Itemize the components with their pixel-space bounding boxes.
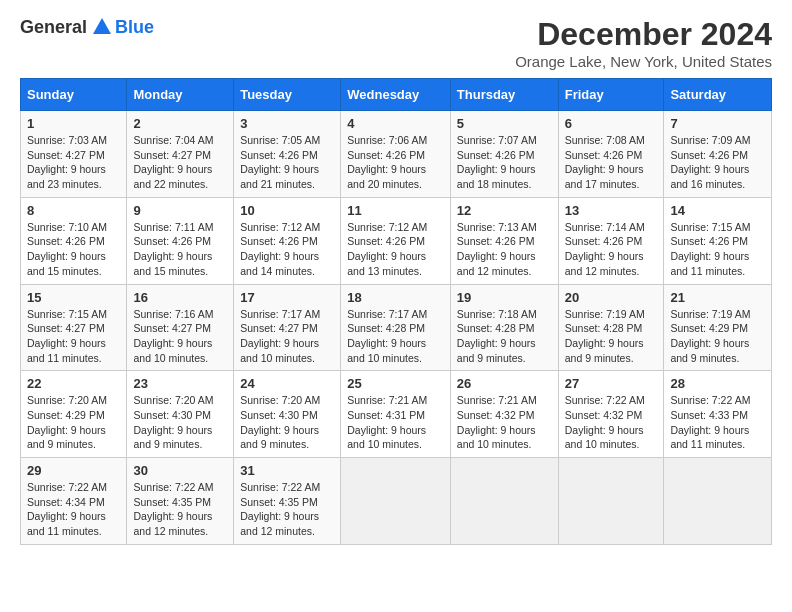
day-number: 16	[133, 290, 227, 305]
calendar-cell: 26Sunrise: 7:21 AMSunset: 4:32 PMDayligh…	[450, 371, 558, 458]
day-info: Sunrise: 7:10 AMSunset: 4:26 PMDaylight:…	[27, 220, 120, 279]
day-info: Sunrise: 7:19 AMSunset: 4:28 PMDaylight:…	[565, 307, 658, 366]
month-title: December 2024	[515, 16, 772, 53]
calendar-cell: 4Sunrise: 7:06 AMSunset: 4:26 PMDaylight…	[341, 111, 451, 198]
day-info: Sunrise: 7:22 AMSunset: 4:35 PMDaylight:…	[133, 480, 227, 539]
day-number: 29	[27, 463, 120, 478]
day-number: 25	[347, 376, 444, 391]
day-info: Sunrise: 7:19 AMSunset: 4:29 PMDaylight:…	[670, 307, 765, 366]
logo-general: General	[20, 17, 87, 38]
logo-icon	[91, 16, 113, 38]
calendar-table: SundayMondayTuesdayWednesdayThursdayFrid…	[20, 78, 772, 545]
calendar-cell: 17Sunrise: 7:17 AMSunset: 4:27 PMDayligh…	[234, 284, 341, 371]
day-info: Sunrise: 7:18 AMSunset: 4:28 PMDaylight:…	[457, 307, 552, 366]
calendar-cell: 11Sunrise: 7:12 AMSunset: 4:26 PMDayligh…	[341, 197, 451, 284]
calendar-cell: 2Sunrise: 7:04 AMSunset: 4:27 PMDaylight…	[127, 111, 234, 198]
day-number: 4	[347, 116, 444, 131]
day-number: 11	[347, 203, 444, 218]
day-info: Sunrise: 7:13 AMSunset: 4:26 PMDaylight:…	[457, 220, 552, 279]
logo-blue: Blue	[115, 17, 154, 38]
calendar-cell	[664, 458, 772, 545]
calendar-cell: 8Sunrise: 7:10 AMSunset: 4:26 PMDaylight…	[21, 197, 127, 284]
calendar-cell: 18Sunrise: 7:17 AMSunset: 4:28 PMDayligh…	[341, 284, 451, 371]
week-row-2: 8Sunrise: 7:10 AMSunset: 4:26 PMDaylight…	[21, 197, 772, 284]
day-info: Sunrise: 7:21 AMSunset: 4:32 PMDaylight:…	[457, 393, 552, 452]
day-number: 24	[240, 376, 334, 391]
day-number: 21	[670, 290, 765, 305]
day-number: 27	[565, 376, 658, 391]
day-info: Sunrise: 7:16 AMSunset: 4:27 PMDaylight:…	[133, 307, 227, 366]
week-row-1: 1Sunrise: 7:03 AMSunset: 4:27 PMDaylight…	[21, 111, 772, 198]
day-info: Sunrise: 7:04 AMSunset: 4:27 PMDaylight:…	[133, 133, 227, 192]
calendar-cell: 13Sunrise: 7:14 AMSunset: 4:26 PMDayligh…	[558, 197, 664, 284]
day-number: 31	[240, 463, 334, 478]
day-info: Sunrise: 7:12 AMSunset: 4:26 PMDaylight:…	[347, 220, 444, 279]
calendar-cell: 29Sunrise: 7:22 AMSunset: 4:34 PMDayligh…	[21, 458, 127, 545]
week-row-5: 29Sunrise: 7:22 AMSunset: 4:34 PMDayligh…	[21, 458, 772, 545]
weekday-monday: Monday	[127, 79, 234, 111]
logo: General Blue	[20, 16, 154, 38]
week-row-4: 22Sunrise: 7:20 AMSunset: 4:29 PMDayligh…	[21, 371, 772, 458]
day-info: Sunrise: 7:12 AMSunset: 4:26 PMDaylight:…	[240, 220, 334, 279]
weekday-wednesday: Wednesday	[341, 79, 451, 111]
day-number: 2	[133, 116, 227, 131]
calendar-cell: 21Sunrise: 7:19 AMSunset: 4:29 PMDayligh…	[664, 284, 772, 371]
day-info: Sunrise: 7:14 AMSunset: 4:26 PMDaylight:…	[565, 220, 658, 279]
calendar-cell: 7Sunrise: 7:09 AMSunset: 4:26 PMDaylight…	[664, 111, 772, 198]
day-number: 13	[565, 203, 658, 218]
day-number: 15	[27, 290, 120, 305]
header: General Blue December 2024 Orange Lake, …	[20, 16, 772, 70]
day-info: Sunrise: 7:07 AMSunset: 4:26 PMDaylight:…	[457, 133, 552, 192]
weekday-friday: Friday	[558, 79, 664, 111]
calendar-cell: 27Sunrise: 7:22 AMSunset: 4:32 PMDayligh…	[558, 371, 664, 458]
day-info: Sunrise: 7:17 AMSunset: 4:27 PMDaylight:…	[240, 307, 334, 366]
day-info: Sunrise: 7:20 AMSunset: 4:30 PMDaylight:…	[240, 393, 334, 452]
day-number: 12	[457, 203, 552, 218]
calendar-body: 1Sunrise: 7:03 AMSunset: 4:27 PMDaylight…	[21, 111, 772, 545]
day-number: 22	[27, 376, 120, 391]
day-info: Sunrise: 7:20 AMSunset: 4:30 PMDaylight:…	[133, 393, 227, 452]
calendar-cell: 22Sunrise: 7:20 AMSunset: 4:29 PMDayligh…	[21, 371, 127, 458]
calendar-cell: 30Sunrise: 7:22 AMSunset: 4:35 PMDayligh…	[127, 458, 234, 545]
calendar-cell: 3Sunrise: 7:05 AMSunset: 4:26 PMDaylight…	[234, 111, 341, 198]
day-number: 6	[565, 116, 658, 131]
calendar-cell: 6Sunrise: 7:08 AMSunset: 4:26 PMDaylight…	[558, 111, 664, 198]
day-number: 7	[670, 116, 765, 131]
calendar-cell: 24Sunrise: 7:20 AMSunset: 4:30 PMDayligh…	[234, 371, 341, 458]
day-info: Sunrise: 7:05 AMSunset: 4:26 PMDaylight:…	[240, 133, 334, 192]
week-row-3: 15Sunrise: 7:15 AMSunset: 4:27 PMDayligh…	[21, 284, 772, 371]
day-info: Sunrise: 7:22 AMSunset: 4:34 PMDaylight:…	[27, 480, 120, 539]
title-area: December 2024 Orange Lake, New York, Uni…	[515, 16, 772, 70]
svg-marker-0	[93, 18, 111, 34]
day-number: 5	[457, 116, 552, 131]
day-info: Sunrise: 7:09 AMSunset: 4:26 PMDaylight:…	[670, 133, 765, 192]
weekday-saturday: Saturday	[664, 79, 772, 111]
day-info: Sunrise: 7:15 AMSunset: 4:26 PMDaylight:…	[670, 220, 765, 279]
calendar-cell: 25Sunrise: 7:21 AMSunset: 4:31 PMDayligh…	[341, 371, 451, 458]
day-number: 18	[347, 290, 444, 305]
day-number: 17	[240, 290, 334, 305]
day-number: 26	[457, 376, 552, 391]
calendar-cell: 14Sunrise: 7:15 AMSunset: 4:26 PMDayligh…	[664, 197, 772, 284]
day-info: Sunrise: 7:06 AMSunset: 4:26 PMDaylight:…	[347, 133, 444, 192]
calendar-cell	[558, 458, 664, 545]
calendar-cell: 16Sunrise: 7:16 AMSunset: 4:27 PMDayligh…	[127, 284, 234, 371]
day-info: Sunrise: 7:15 AMSunset: 4:27 PMDaylight:…	[27, 307, 120, 366]
calendar-cell	[341, 458, 451, 545]
weekday-tuesday: Tuesday	[234, 79, 341, 111]
day-info: Sunrise: 7:20 AMSunset: 4:29 PMDaylight:…	[27, 393, 120, 452]
calendar-cell: 1Sunrise: 7:03 AMSunset: 4:27 PMDaylight…	[21, 111, 127, 198]
day-info: Sunrise: 7:17 AMSunset: 4:28 PMDaylight:…	[347, 307, 444, 366]
day-info: Sunrise: 7:21 AMSunset: 4:31 PMDaylight:…	[347, 393, 444, 452]
day-number: 14	[670, 203, 765, 218]
calendar-cell: 9Sunrise: 7:11 AMSunset: 4:26 PMDaylight…	[127, 197, 234, 284]
calendar-cell: 5Sunrise: 7:07 AMSunset: 4:26 PMDaylight…	[450, 111, 558, 198]
day-info: Sunrise: 7:22 AMSunset: 4:35 PMDaylight:…	[240, 480, 334, 539]
day-number: 30	[133, 463, 227, 478]
day-info: Sunrise: 7:22 AMSunset: 4:33 PMDaylight:…	[670, 393, 765, 452]
day-info: Sunrise: 7:11 AMSunset: 4:26 PMDaylight:…	[133, 220, 227, 279]
calendar-cell: 15Sunrise: 7:15 AMSunset: 4:27 PMDayligh…	[21, 284, 127, 371]
day-number: 19	[457, 290, 552, 305]
calendar-cell: 31Sunrise: 7:22 AMSunset: 4:35 PMDayligh…	[234, 458, 341, 545]
calendar-cell: 20Sunrise: 7:19 AMSunset: 4:28 PMDayligh…	[558, 284, 664, 371]
